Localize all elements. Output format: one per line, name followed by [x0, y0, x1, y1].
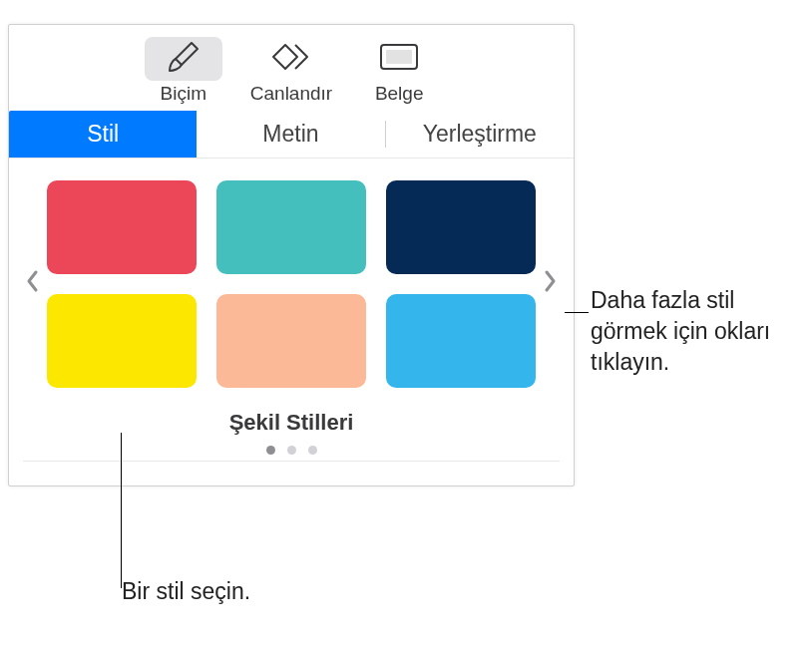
document-tab-label: Belge [375, 83, 424, 105]
animate-tab[interactable]: Canlandır [250, 37, 332, 105]
tab-style[interactable]: Stil [9, 111, 197, 158]
format-tab[interactable]: Biçim [145, 37, 222, 105]
styles-grid [47, 180, 536, 388]
styles-prev-arrow[interactable] [19, 264, 45, 304]
tab-arrange-label: Yerleştirme [423, 121, 537, 148]
styles-next-arrow[interactable] [538, 264, 564, 304]
animate-tab-label: Canlandır [250, 83, 332, 105]
tab-text-label: Metin [262, 121, 318, 148]
callout-more-styles: Daha fazla stil görmek için okları tıkla… [591, 285, 800, 378]
format-icon-wrap [145, 37, 222, 81]
document-icon [378, 42, 420, 76]
tab-arrange[interactable]: Yerleştirme [386, 111, 574, 158]
document-icon-wrap [360, 37, 438, 81]
format-tab-label: Biçim [161, 83, 206, 105]
style-swatch-5[interactable] [216, 294, 366, 388]
page-dot-2[interactable] [287, 446, 296, 455]
callout-leader-bottom [121, 433, 122, 588]
brush-icon [164, 39, 203, 79]
shape-styles-section: Şekil Stilleri [9, 159, 574, 485]
svg-rect-1 [386, 50, 412, 64]
style-swatch-6[interactable] [386, 294, 536, 388]
style-swatch-4[interactable] [47, 294, 197, 388]
style-swatch-3[interactable] [386, 180, 536, 274]
style-swatch-2[interactable] [216, 180, 366, 274]
tab-text[interactable]: Metin [197, 111, 384, 158]
tab-style-label: Stil [87, 121, 119, 148]
callout-choose-style: Bir stil seçin. [122, 576, 250, 607]
page-dot-1[interactable] [266, 446, 275, 455]
shape-styles-title: Şekil Stilleri [9, 410, 574, 436]
styles-page-dots [9, 446, 574, 455]
callout-leader-right [565, 312, 589, 313]
chevron-left-icon [25, 269, 39, 300]
format-subtabs: Stil Metin Yerleştirme [9, 111, 574, 159]
style-swatch-1[interactable] [47, 180, 197, 274]
format-inspector-panel: Biçim Canlandır [8, 24, 575, 486]
animate-icon-wrap [252, 37, 330, 81]
section-divider [23, 461, 560, 462]
styles-carousel [9, 180, 574, 388]
document-tab[interactable]: Belge [360, 37, 438, 105]
inspector-toolbar: Biçim Canlandır [9, 25, 574, 111]
chevron-right-icon [544, 269, 558, 300]
diamonds-icon [269, 39, 313, 79]
page-dot-3[interactable] [308, 446, 317, 455]
